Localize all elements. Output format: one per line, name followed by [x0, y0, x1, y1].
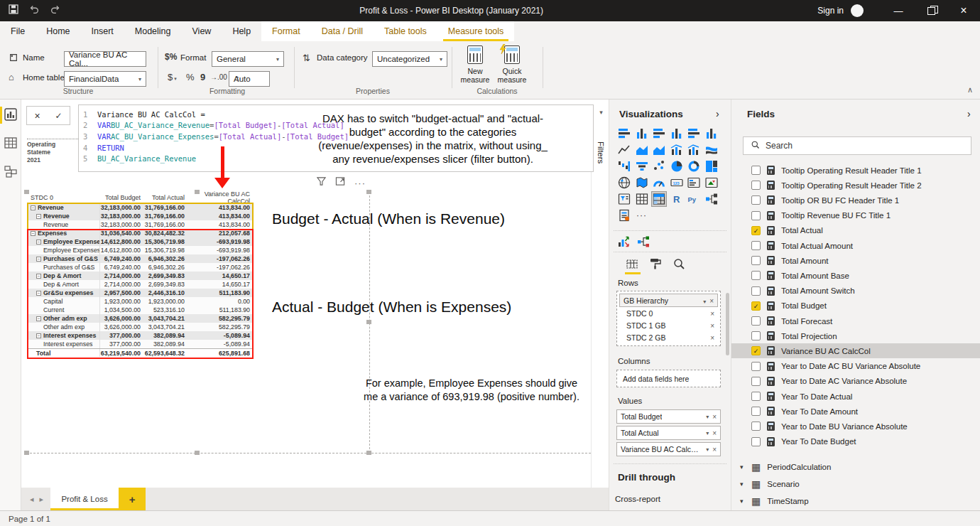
field-item[interactable]: Year to Date AC Variance Absolute: [731, 374, 980, 389]
rows-well[interactable]: GB Hierarchy▾×STDC 0×STDC 1 GB×STDC 2 GB…: [616, 291, 721, 346]
ribbon-tab-modeling[interactable]: Modeling: [124, 21, 182, 41]
quick-measure-button[interactable]: Quick measure: [494, 45, 530, 90]
funnel-chart-icon[interactable]: [635, 159, 649, 173]
expand-field-icon[interactable]: ▾: [706, 414, 709, 420]
expand-field-icon[interactable]: ▾: [703, 299, 706, 305]
field-item[interactable]: Total Amount Switch: [731, 284, 980, 299]
table-row[interactable]: Dep & Amort2,714,000.002,699,349.8314,65…: [28, 280, 253, 289]
table-row[interactable]: –Employee Expenses14,612,800.0015,306,71…: [28, 237, 253, 246]
avatar[interactable]: [851, 4, 864, 17]
remove-field-icon[interactable]: ×: [712, 446, 717, 453]
field-item[interactable]: Total Amount Base: [731, 268, 980, 283]
gauge-icon[interactable]: [652, 176, 666, 190]
selection-handle[interactable]: [366, 190, 371, 194]
next-page-arrow[interactable]: ▸: [40, 495, 44, 504]
analytics-tab[interactable]: [672, 257, 686, 271]
table-item-periodcalculation[interactable]: ▾▦PeriodCalculation: [731, 458, 980, 476]
rows-field-stdc-1-gb[interactable]: STDC 1 GB×: [619, 319, 718, 331]
field-item[interactable]: ✓Total Actual: [731, 223, 980, 238]
table-row[interactable]: Revenue32,183,000.0031,769,166.00413,834…: [28, 220, 253, 229]
selection-handle[interactable]: [195, 190, 200, 194]
previous-page-arrow[interactable]: ◂: [30, 495, 34, 504]
commit-formula-icon[interactable]: ✓: [55, 111, 62, 121]
collapse-icon[interactable]: –: [31, 231, 36, 236]
filter-icon[interactable]: [316, 176, 327, 189]
field-checkbox[interactable]: ✓: [751, 226, 761, 235]
field-item[interactable]: Year To Date Actual: [731, 389, 980, 404]
collapse-fields-icon[interactable]: ›: [967, 108, 971, 119]
table-row[interactable]: –Other adm exp3,626,000.003,043,704.2158…: [28, 314, 253, 323]
collapse-icon[interactable]: –: [36, 257, 41, 262]
field-item[interactable]: Tooltip Operating Result Header Title 1: [731, 163, 980, 178]
paginated-report-icon[interactable]: [617, 208, 631, 222]
matrix-column-header[interactable]: Total Budget: [99, 194, 143, 201]
field-checkbox[interactable]: [751, 286, 761, 296]
rows-field-stdc-0[interactable]: STDC 0×: [619, 307, 718, 319]
python-visual-icon[interactable]: Py: [687, 192, 701, 206]
ribbon-tab-file[interactable]: File: [0, 21, 36, 41]
field-checkbox[interactable]: [751, 407, 761, 416]
field-item[interactable]: Tooltip Operating Result Header Title 2: [731, 178, 980, 193]
selection-handle[interactable]: [24, 190, 29, 194]
data-view-icon[interactable]: [4, 136, 18, 151]
data-category-select[interactable]: Uncategorized▾: [372, 51, 447, 67]
field-item[interactable]: ✓Variance BU AC CalcCol: [731, 343, 980, 358]
area-chart-icon[interactable]: [635, 143, 649, 157]
collapse-icon[interactable]: –: [31, 205, 36, 210]
waterfall-chart-icon[interactable]: [617, 159, 631, 173]
model-view-icon[interactable]: [4, 165, 18, 179]
field-checkbox[interactable]: [751, 316, 761, 326]
field-item[interactable]: Year to Date BU Variance Absolute: [731, 419, 980, 434]
collapse-ribbon-icon[interactable]: ∧: [967, 85, 973, 95]
sign-in-button[interactable]: Sign in: [817, 6, 844, 16]
ribbon-tab-data-drill[interactable]: Data / Drill: [311, 21, 374, 41]
donut-chart-icon[interactable]: [687, 159, 701, 173]
columns-well[interactable]: Add data fields here: [616, 370, 721, 387]
more-options-icon[interactable]: ···: [354, 178, 366, 188]
field-item[interactable]: Total Amount: [731, 253, 980, 268]
line-and-clustered-column-chart-icon[interactable]: [687, 143, 701, 157]
selection-handle[interactable]: [366, 320, 371, 324]
slicer-icon[interactable]: [617, 192, 631, 206]
table-item-scenario[interactable]: ▾▦Scenario: [731, 476, 980, 493]
selection-handle[interactable]: [366, 451, 371, 455]
remove-field-icon[interactable]: ×: [709, 297, 714, 305]
page-tab-profit-loss[interactable]: Profit & Loss: [50, 488, 119, 510]
field-checkbox[interactable]: [751, 181, 761, 190]
report-view-icon[interactable]: [4, 108, 18, 122]
rows-field-stdc-2-gb[interactable]: STDC 2 GB×: [619, 331, 718, 343]
field-checkbox[interactable]: [751, 256, 761, 265]
field-item[interactable]: Total Forecast: [731, 313, 980, 328]
expand-field-icon[interactable]: ▾: [706, 446, 709, 453]
collapse-icon[interactable]: –: [36, 240, 41, 245]
ribbon-tab-help[interactable]: Help: [222, 21, 261, 41]
percent-format-button[interactable]: %: [186, 72, 195, 82]
search-input[interactable]: Search: [743, 136, 971, 155]
collapse-icon[interactable]: –: [36, 274, 41, 279]
field-checkbox[interactable]: [751, 166, 761, 175]
field-item[interactable]: Year To Date Budget: [731, 434, 980, 449]
thousands-separator-button[interactable]: 9: [200, 72, 205, 82]
measure-name-input[interactable]: Variance BU AC Cal...: [64, 51, 146, 67]
cancel-formula-icon[interactable]: ×: [34, 110, 40, 122]
chevron-down-icon[interactable]: ▾: [740, 498, 748, 505]
field-checkbox[interactable]: [751, 437, 761, 446]
matrix-column-header[interactable]: Total Actual: [143, 194, 187, 201]
stacked-bar-chart-icon[interactable]: [617, 127, 631, 141]
save-icon[interactable]: [9, 4, 18, 17]
field-item[interactable]: ✓Total Budget: [731, 299, 980, 313]
table-row[interactable]: –Revenue32,183,000.0031,769,166.00413,83…: [28, 212, 253, 220]
values-field-variance-bu-ac-calccol[interactable]: Variance BU AC CalcCol▾×: [616, 442, 721, 456]
pie-chart-icon[interactable]: [670, 159, 684, 173]
field-item[interactable]: Total Projection: [731, 328, 980, 343]
field-checkbox[interactable]: [751, 271, 761, 280]
selection-handle[interactable]: [24, 451, 29, 455]
collapse-visualizations-icon[interactable]: ›: [716, 108, 719, 119]
field-checkbox[interactable]: ✓: [751, 346, 761, 355]
table-row[interactable]: –Gr&Su expenses2,957,500.002,446,316.105…: [28, 289, 253, 297]
redo-icon[interactable]: [50, 4, 61, 18]
chevron-down-icon[interactable]: ▾: [740, 463, 748, 471]
field-checkbox[interactable]: [751, 241, 761, 250]
rows-field-gb-hierarchy[interactable]: GB Hierarchy▾×: [619, 294, 718, 307]
collapse-icon[interactable]: –: [36, 291, 41, 296]
